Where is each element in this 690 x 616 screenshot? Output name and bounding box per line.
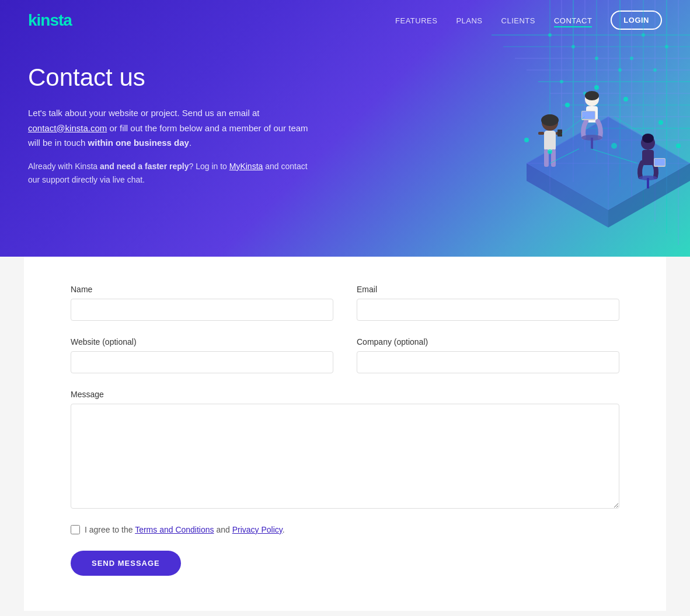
name-input[interactable] [71,299,333,321]
contact-form-section: Name Email Website (optional) Company (o… [24,257,666,611]
svg-point-2 [595,57,598,60]
contact-email-link[interactable]: contact@kinsta.com [28,123,107,133]
company-input[interactable] [357,351,619,373]
name-label: Name [71,285,333,294]
logo-text: kinst [28,11,63,29]
logo[interactable]: kinsta [28,11,72,30]
svg-point-25 [585,91,599,100]
terms-link[interactable]: Terms and Conditions [135,525,214,534]
svg-point-5 [665,45,668,48]
svg-point-32 [642,134,654,143]
svg-point-3 [618,68,622,72]
svg-rect-18 [544,131,556,151]
mykinsta-link[interactable]: MyKinsta [229,162,263,171]
svg-rect-23 [557,130,562,136]
svg-point-43 [594,85,599,90]
form-group-website: Website (optional) [71,337,333,373]
send-message-button[interactable]: SEND MESSAGE [71,551,181,576]
form-group-message: Message [71,390,619,509]
website-input[interactable] [71,351,333,373]
svg-point-0 [548,33,552,37]
agree-label: I agree to the Terms and Conditions and … [85,525,285,534]
svg-point-42 [676,144,681,148]
hero-support-text: Already with Kinsta and need a faster re… [28,160,311,188]
form-group-email: Email [357,285,619,321]
form-row-website-company: Website (optional) Company (optional) [71,337,619,373]
svg-point-4 [642,33,645,37]
svg-point-44 [611,143,617,149]
hero-intro: Let's talk about your website or project… [28,106,311,150]
svg-rect-37 [654,159,665,166]
svg-rect-28 [591,138,593,149]
agree-checkbox-row: I agree to the Terms and Conditions and … [71,525,619,534]
svg-point-8 [630,57,633,60]
svg-point-39 [623,97,628,102]
company-label: Company (optional) [357,337,619,346]
email-label: Email [357,285,619,294]
hero-title: Contact us [28,64,311,92]
form-group-name: Name [71,285,333,321]
svg-point-41 [524,138,529,142]
svg-rect-21 [538,132,544,135]
form-group-company: Company (optional) [357,337,619,373]
privacy-link[interactable]: Privacy Policy [232,525,283,534]
contact-form: Name Email Website (optional) Company (o… [71,285,619,576]
message-label: Message [71,390,619,399]
hero-content: Contact us Let's talk about your website… [0,40,339,227]
agree-checkbox[interactable] [71,525,80,534]
svg-point-38 [565,103,570,107]
svg-point-17 [541,114,559,126]
svg-point-9 [653,68,657,72]
message-textarea[interactable] [71,404,619,509]
svg-rect-30 [582,111,595,119]
svg-point-1 [571,45,575,48]
website-label: Website (optional) [71,337,333,346]
logo-accent: a [63,11,72,29]
svg-point-6 [560,80,563,83]
svg-point-45 [548,149,552,154]
svg-rect-35 [647,178,649,188]
svg-point-40 [658,120,663,125]
email-input[interactable] [357,299,619,321]
form-row-name-email: Name Email [71,285,619,321]
